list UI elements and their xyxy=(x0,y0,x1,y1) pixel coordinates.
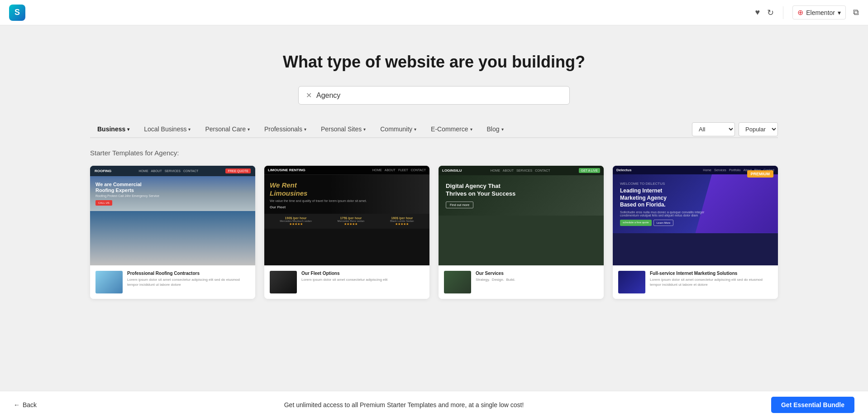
tab-business-chevron-icon: ▾ xyxy=(127,127,129,132)
card-bottom-roofing: Professional Roofing Contractors Lorem i… xyxy=(90,265,255,299)
search-container: ✕ xyxy=(298,86,570,105)
tab-local-business-chevron-icon: ▾ xyxy=(188,127,191,132)
elementor-button[interactable]: ⊕ Elementor ▾ xyxy=(792,5,846,19)
topbar: S ♥ ↻ ⊕ Elementor ▾ ⧉ xyxy=(0,0,868,25)
get-bundle-button[interactable]: Get Essential Bundle xyxy=(771,397,854,413)
card-thumb-marketing xyxy=(618,271,645,293)
back-button[interactable]: ← Back xyxy=(14,401,37,408)
tab-personal-care-chevron-icon: ▾ xyxy=(248,127,250,132)
card-thumb-roofing xyxy=(95,271,123,293)
tab-business-label: Business xyxy=(97,125,125,133)
tab-community-chevron-icon: ▾ xyxy=(414,127,416,132)
elementor-chevron-icon: ▾ xyxy=(838,9,841,16)
external-link-button[interactable]: ⧉ xyxy=(853,8,859,17)
card-image-marketing: Delectus Home Services Portfolio About B… xyxy=(613,166,778,265)
search-clear-button[interactable]: ✕ xyxy=(306,91,312,100)
card-image-limo: LIMOUSINE RENTING HOME ABOUT FLEET CONTA… xyxy=(264,166,429,265)
tab-community-label: Community xyxy=(380,125,412,133)
template-card-roofing[interactable]: ROOFING HOME ABOUT SERVICES CONTACT FREE… xyxy=(90,166,255,299)
card-thumb-agency xyxy=(444,271,471,293)
template-card-agency[interactable]: LOGINSILU HOME ABOUT SERVICES CONTACT GE… xyxy=(439,166,604,299)
all-filter-select[interactable]: All Free Premium xyxy=(692,122,735,136)
app-logo: S xyxy=(9,5,25,21)
tab-personal-care[interactable]: Personal Care ▾ xyxy=(198,121,257,138)
tab-professionals-label: Professionals xyxy=(264,125,302,133)
tab-business[interactable]: Business ▾ xyxy=(90,121,137,138)
tab-local-business-label: Local Business xyxy=(144,125,186,133)
tab-ecommerce-chevron-icon: ▾ xyxy=(470,127,472,132)
tab-personal-sites-chevron-icon: ▾ xyxy=(363,127,366,132)
tab-blog-label: Blog xyxy=(487,125,500,133)
card-bottom-text-marketing: Lorem ipsum dolor sit amet consectetur a… xyxy=(650,277,773,287)
tab-blog[interactable]: Blog ▾ xyxy=(480,121,511,138)
card-bottom-agency: Our Services Strategy. Design. Build. xyxy=(439,265,604,299)
tab-personal-sites-label: Personal Sites xyxy=(321,125,362,133)
card-bottom-limo: Our Fleet Options Lorem ipsum dolor sit … xyxy=(264,265,429,299)
results-label: Starter Templates for Agency: xyxy=(90,149,778,157)
tab-personal-sites[interactable]: Personal Sites ▾ xyxy=(314,121,373,138)
filter-tabs: Business ▾ Local Business ▾ Personal Car… xyxy=(90,121,778,138)
topbar-left: S xyxy=(9,5,25,21)
get-bundle-label: Get Essential Bundle xyxy=(781,401,844,408)
heart-button[interactable]: ♥ xyxy=(755,8,760,17)
tab-professionals-chevron-icon: ▾ xyxy=(304,127,306,132)
card-image-agency: LOGINSILU HOME ABOUT SERVICES CONTACT GE… xyxy=(439,166,604,265)
tab-local-business[interactable]: Local Business ▾ xyxy=(137,121,198,138)
sort-select[interactable]: Popular Newest Oldest xyxy=(739,122,778,136)
elementor-label: Elementor xyxy=(806,9,835,16)
card-bottom-title-marketing: Full-service Internet Marketing Solution… xyxy=(650,271,773,276)
search-input[interactable] xyxy=(316,91,562,100)
template-card-limo[interactable]: LIMOUSINE RENTING HOME ABOUT FLEET CONTA… xyxy=(264,166,429,299)
search-wrapper: ✕ xyxy=(298,86,570,105)
template-card-marketing[interactable]: PREMIUM Delectus Home Services Portfolio… xyxy=(613,166,778,299)
tab-personal-care-label: Personal Care xyxy=(205,125,246,133)
tab-ecommerce-label: E-Commerce xyxy=(431,125,468,133)
tab-community[interactable]: Community ▾ xyxy=(373,121,424,138)
tab-ecommerce[interactable]: E-Commerce ▾ xyxy=(424,121,479,138)
card-bottom-marketing: Full-service Internet Marketing Solution… xyxy=(613,265,778,299)
premium-badge: PREMIUM xyxy=(747,170,774,178)
main-content: What type of website are you building? ✕… xyxy=(72,25,796,335)
card-bottom-text-agency: Strategy. Design. Build. xyxy=(476,277,598,282)
elementor-icon: ⊕ xyxy=(797,8,803,17)
footer-bar: ← Back Get unlimited access to all Premi… xyxy=(0,391,868,418)
card-image-roofing: ROOFING HOME ABOUT SERVICES CONTACT FREE… xyxy=(90,166,255,265)
refresh-button[interactable]: ↻ xyxy=(767,8,774,18)
page-title: What type of website are you building? xyxy=(90,53,778,72)
tab-blog-chevron-icon: ▾ xyxy=(501,127,504,132)
cards-grid: ROOFING HOME ABOUT SERVICES CONTACT FREE… xyxy=(90,166,778,299)
topbar-right: ♥ ↻ ⊕ Elementor ▾ ⧉ xyxy=(755,5,859,19)
card-bottom-text-limo: Lorem ipsum dolor sit amet consectetur a… xyxy=(301,277,424,282)
card-bottom-text-roofing: Lorem ipsum dolor sit amet consectetur a… xyxy=(127,277,250,287)
back-label: Back xyxy=(23,401,37,408)
footer-promo-text: Get unlimited access to all Premium Star… xyxy=(284,401,524,408)
card-bottom-title-limo: Our Fleet Options xyxy=(301,271,424,276)
back-arrow-icon: ← xyxy=(14,401,20,408)
card-bottom-title-agency: Our Services xyxy=(476,271,598,276)
tab-professionals[interactable]: Professionals ▾ xyxy=(257,121,314,138)
card-thumb-limo xyxy=(270,271,297,293)
filter-right: All Free Premium Popular Newest Oldest xyxy=(692,122,778,136)
card-bottom-title-roofing: Professional Roofing Contractors xyxy=(127,271,250,276)
